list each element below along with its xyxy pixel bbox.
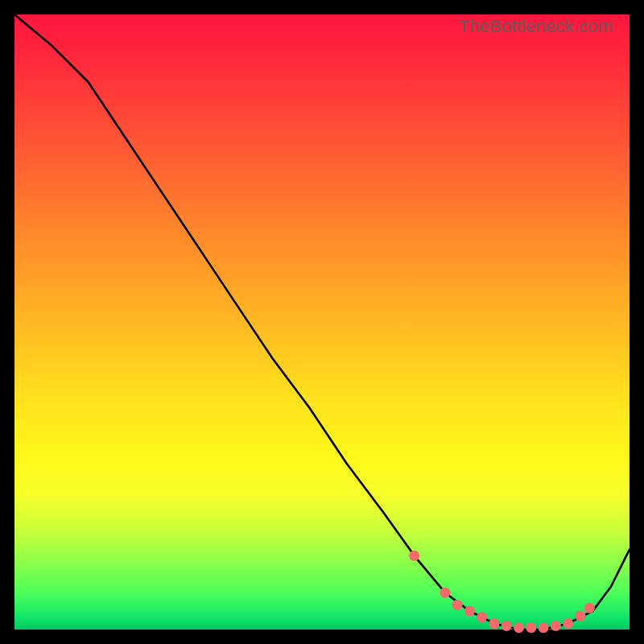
chart-svg xyxy=(14,14,630,630)
data-marker xyxy=(514,622,524,633)
data-marker xyxy=(464,606,475,617)
data-marker xyxy=(452,600,463,610)
data-marker xyxy=(409,551,419,561)
data-marker xyxy=(440,588,450,598)
chart-frame: TheBottleneck.com xyxy=(14,14,630,630)
curve-path xyxy=(14,14,630,630)
marker-layer xyxy=(409,551,595,633)
data-marker xyxy=(539,622,549,633)
data-marker xyxy=(489,618,499,629)
data-marker xyxy=(575,611,585,621)
data-marker xyxy=(477,612,487,622)
data-marker xyxy=(502,621,512,631)
data-marker xyxy=(551,621,561,631)
curve-layer xyxy=(14,14,630,630)
data-marker xyxy=(526,622,536,633)
data-marker xyxy=(584,603,595,613)
data-marker xyxy=(563,618,573,629)
